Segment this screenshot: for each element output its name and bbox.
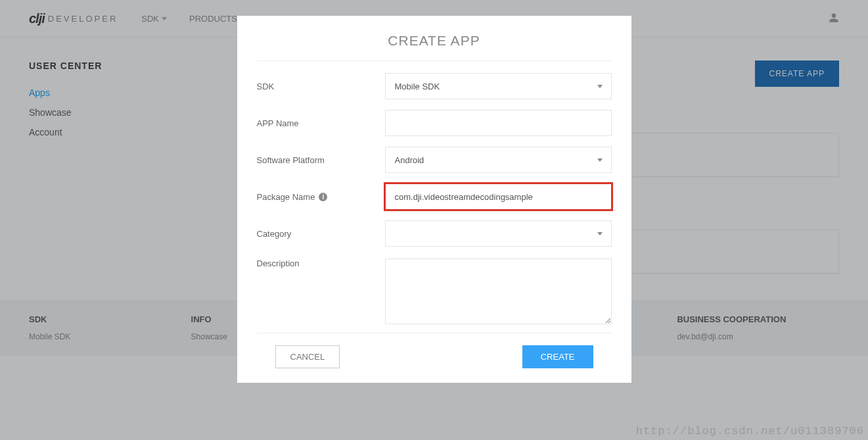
label-sdk: SDK <box>257 82 385 91</box>
modal-body: SDK Mobile SDK APP Name Software Platfor… <box>257 61 612 326</box>
category-select[interactable] <box>385 220 612 247</box>
modal-title: CREATE APP <box>257 33 612 49</box>
modal-overlay: CREATE APP SDK Mobile SDK APP Name Softw… <box>0 0 868 440</box>
app-name-input[interactable] <box>385 110 612 136</box>
form-row-platform: Software Platform Android <box>257 141 612 178</box>
sdk-select[interactable]: Mobile SDK <box>385 73 612 99</box>
form-row-appname: APP Name <box>257 105 612 141</box>
platform-select[interactable]: Android <box>385 147 612 173</box>
form-row-category: Category <box>257 215 612 252</box>
label-category: Category <box>257 229 385 239</box>
form-row-sdk: SDK Mobile SDK <box>257 68 612 105</box>
watermark: http://blog.csdn.net/u011389706 <box>636 425 864 437</box>
form-row-package: Package Name i <box>257 178 612 215</box>
label-package: Package Name i <box>257 192 385 202</box>
cancel-button[interactable]: CANCEL <box>275 345 340 368</box>
modal-footer: CANCEL CREATE <box>257 333 612 368</box>
form-row-description: Description <box>257 252 612 326</box>
label-package-text: Package Name <box>257 192 315 202</box>
create-button[interactable]: CREATE <box>522 345 593 368</box>
info-icon[interactable]: i <box>319 193 327 201</box>
label-description: Description <box>257 258 385 268</box>
package-name-input[interactable] <box>385 183 612 210</box>
label-appname: APP Name <box>257 118 385 128</box>
label-platform: Software Platform <box>257 155 385 165</box>
create-app-modal: CREATE APP SDK Mobile SDK APP Name Softw… <box>237 16 631 383</box>
description-input[interactable] <box>385 258 612 324</box>
package-highlighted-wrap <box>385 183 612 210</box>
